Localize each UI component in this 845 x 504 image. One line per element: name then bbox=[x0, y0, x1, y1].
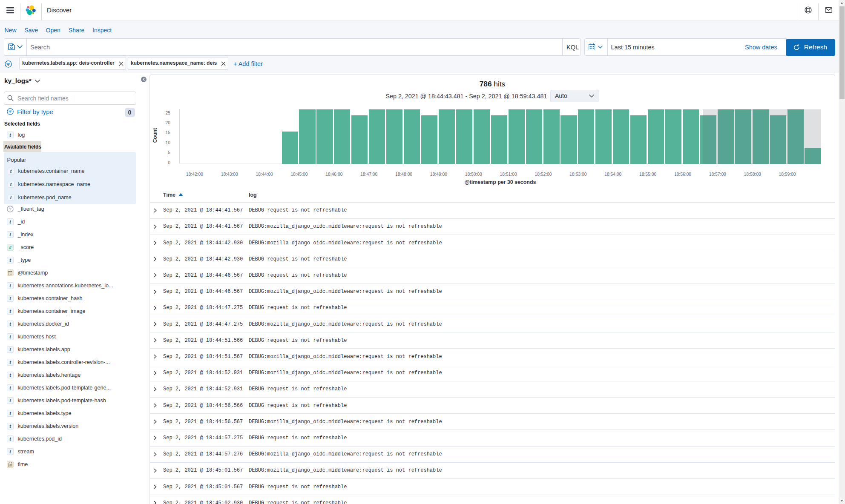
svg-text:?: ? bbox=[9, 206, 11, 211]
